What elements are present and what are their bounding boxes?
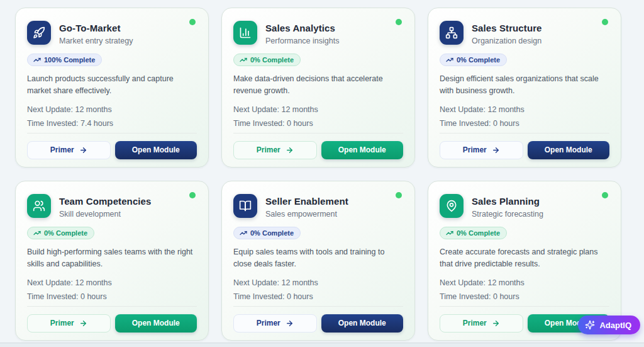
status-dot: [396, 19, 402, 25]
primer-button-label: Primer: [463, 145, 487, 154]
primer-button[interactable]: Primer: [27, 141, 111, 159]
open-module-button[interactable]: Open Module: [321, 314, 404, 333]
next-update-text: Next Update: 12 months: [27, 278, 197, 287]
sparkles-icon: [585, 320, 595, 330]
module-subtitle: Performance insights: [265, 37, 339, 45]
time-invested-text: Time Invested: 0 hours: [233, 292, 403, 301]
module-card-sales-structure: Sales Structure Organization design 0% C…: [428, 8, 621, 168]
trending-up-icon: [446, 56, 453, 64]
module-description: Equip sales teams with tools and trainin…: [233, 246, 403, 270]
module-title: Seller Enablement: [265, 196, 348, 207]
completion-badge: 0% Complete: [27, 227, 94, 239]
arrow-right-icon: [286, 146, 294, 154]
module-title: Go-To-Market: [59, 23, 133, 33]
module-description: Build high-performing sales teams with t…: [27, 246, 197, 270]
time-invested-text: Time Invested: 0 hours: [440, 292, 609, 301]
book-open-icon: [233, 194, 257, 218]
module-description: Make data-driven decisions that accelera…: [233, 73, 403, 97]
card-divider: [233, 133, 403, 134]
card-divider: [27, 133, 197, 134]
status-dot: [602, 192, 608, 198]
status-dot: [602, 19, 608, 25]
time-invested-text: Time Invested: 0 hours: [233, 119, 403, 128]
org-chart-icon: [440, 21, 464, 45]
adaptiq-floating-button[interactable]: AdaptIQ: [578, 316, 640, 334]
module-description: Design efficient sales organizations tha…: [440, 73, 609, 97]
open-module-button-label: Open Module: [132, 319, 180, 327]
completion-badge-label: 100% Complete: [44, 56, 95, 64]
module-title: Sales Structure: [472, 23, 542, 33]
primer-button-label: Primer: [50, 319, 74, 327]
open-module-button-label: Open Module: [338, 145, 386, 154]
completion-badge: 0% Complete: [233, 227, 301, 239]
arrow-right-icon: [492, 146, 500, 154]
card-divider: [27, 306, 197, 307]
completion-badge: 0% Complete: [440, 54, 507, 66]
open-module-button[interactable]: Open Module: [321, 141, 404, 159]
module-card-sales-analytics: Sales Analytics Performance insights 0% …: [221, 8, 415, 168]
card-divider: [233, 306, 403, 307]
primer-button[interactable]: Primer: [27, 314, 111, 333]
arrow-right-icon: [492, 319, 500, 327]
open-module-button-label: Open Module: [545, 145, 592, 154]
trending-up-icon: [33, 229, 41, 237]
primer-button[interactable]: Primer: [440, 141, 523, 159]
open-module-button-label: Open Module: [338, 319, 386, 327]
module-subtitle: Market entry strategy: [59, 37, 133, 45]
bar-chart-icon: [233, 21, 257, 45]
status-dot: [189, 19, 196, 25]
completion-badge: 0% Complete: [440, 227, 507, 239]
adaptiq-label: AdaptIQ: [599, 321, 631, 330]
completion-badge-label: 0% Complete: [44, 229, 87, 237]
arrow-right-icon: [79, 319, 87, 327]
module-card-team-competencies: Team Competencies Skill development 0% C…: [15, 181, 209, 341]
status-dot: [396, 192, 402, 198]
page-bottom-strip: [0, 343, 644, 347]
completion-badge-label: 0% Complete: [457, 229, 500, 237]
users-icon: [27, 194, 51, 218]
next-update-text: Next Update: 12 months: [440, 105, 609, 114]
primer-button-label: Primer: [257, 319, 280, 327]
open-module-button-label: Open Module: [132, 145, 180, 154]
completion-badge: 0% Complete: [233, 54, 301, 66]
open-module-button[interactable]: Open Module: [528, 141, 610, 159]
card-divider: [440, 133, 609, 134]
next-update-text: Next Update: 12 months: [233, 105, 403, 114]
primer-button[interactable]: Primer: [440, 314, 523, 333]
module-card-grid: Go-To-Market Market entry strategy 100% …: [15, 8, 621, 341]
module-subtitle: Skill development: [59, 210, 151, 219]
time-invested-text: Time Invested: 0 hours: [440, 119, 609, 128]
trending-up-icon: [33, 56, 41, 64]
completion-badge-label: 0% Complete: [250, 229, 294, 237]
trending-up-icon: [240, 56, 247, 64]
time-invested-text: Time Invested: 7.4 hours: [27, 119, 197, 128]
module-subtitle: Sales empowerment: [265, 210, 348, 219]
module-card-go-to-market: Go-To-Market Market entry strategy 100% …: [15, 8, 209, 168]
primer-button[interactable]: Primer: [233, 141, 317, 159]
module-card-seller-enablement: Seller Enablement Sales empowerment 0% C…: [221, 181, 415, 341]
time-invested-text: Time Invested: 0 hours: [27, 292, 197, 301]
primer-button-label: Primer: [257, 145, 280, 154]
open-module-button[interactable]: Open Module: [115, 141, 197, 159]
module-title: Sales Planning: [472, 196, 543, 207]
next-update-text: Next Update: 12 months: [27, 105, 197, 114]
primer-button-label: Primer: [463, 319, 487, 327]
map-pin-icon: [440, 194, 464, 218]
arrow-right-icon: [79, 146, 87, 154]
module-title: Sales Analytics: [265, 23, 339, 33]
next-update-text: Next Update: 12 months: [440, 278, 609, 287]
arrow-right-icon: [286, 319, 294, 327]
card-divider: [440, 306, 609, 307]
module-description: Launch products successfully and capture…: [27, 73, 197, 97]
primer-button-label: Primer: [50, 145, 74, 154]
open-module-button[interactable]: Open Module: [115, 314, 197, 333]
module-subtitle: Strategic forecasting: [472, 210, 543, 219]
completion-badge-label: 0% Complete: [250, 56, 294, 64]
module-subtitle: Organization design: [472, 37, 542, 45]
rocket-icon: [27, 21, 51, 45]
module-title: Team Competencies: [59, 196, 151, 207]
trending-up-icon: [240, 229, 247, 237]
status-dot: [189, 192, 196, 198]
next-update-text: Next Update: 12 months: [233, 278, 403, 287]
primer-button[interactable]: Primer: [233, 314, 317, 333]
